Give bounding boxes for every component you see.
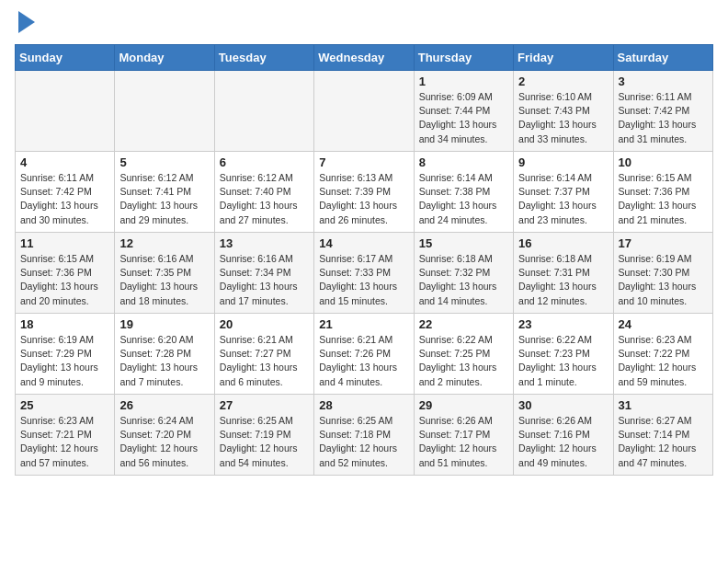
day-info: Sunrise: 6:23 AM Sunset: 7:21 PM Dayligh… xyxy=(20,414,109,470)
day-number: 12 xyxy=(119,236,209,250)
calendar-cell: 19Sunrise: 6:20 AM Sunset: 7:28 PM Dayli… xyxy=(115,314,214,395)
day-number: 24 xyxy=(619,317,708,331)
day-info: Sunrise: 6:14 AM Sunset: 7:38 PM Dayligh… xyxy=(419,171,508,227)
day-number: 25 xyxy=(20,398,109,412)
day-number: 9 xyxy=(518,155,608,169)
day-info: Sunrise: 6:12 AM Sunset: 7:41 PM Dayligh… xyxy=(119,171,209,227)
calendar-cell: 30Sunrise: 6:26 AM Sunset: 7:16 PM Dayli… xyxy=(514,395,613,476)
day-number: 23 xyxy=(518,317,608,331)
day-number: 5 xyxy=(119,155,209,169)
calendar-cell: 16Sunrise: 6:18 AM Sunset: 7:31 PM Dayli… xyxy=(514,233,613,314)
calendar-cell: 27Sunrise: 6:25 AM Sunset: 7:19 PM Dayli… xyxy=(214,395,313,476)
day-info: Sunrise: 6:12 AM Sunset: 7:40 PM Dayligh… xyxy=(220,171,309,227)
calendar-cell: 4Sunrise: 6:11 AM Sunset: 7:42 PM Daylig… xyxy=(16,152,115,233)
col-header-friday: Friday xyxy=(514,45,613,71)
day-number: 31 xyxy=(619,398,708,412)
day-info: Sunrise: 6:16 AM Sunset: 7:35 PM Dayligh… xyxy=(119,252,209,308)
day-info: Sunrise: 6:19 AM Sunset: 7:30 PM Dayligh… xyxy=(619,252,708,308)
calendar-cell: 24Sunrise: 6:23 AM Sunset: 7:22 PM Dayli… xyxy=(613,314,712,395)
day-number: 13 xyxy=(220,236,309,250)
calendar-cell: 26Sunrise: 6:24 AM Sunset: 7:20 PM Dayli… xyxy=(115,395,214,476)
calendar-cell: 12Sunrise: 6:16 AM Sunset: 7:35 PM Dayli… xyxy=(115,233,214,314)
col-header-wednesday: Wednesday xyxy=(314,45,414,71)
calendar-cell: 23Sunrise: 6:22 AM Sunset: 7:23 PM Dayli… xyxy=(514,314,613,395)
logo xyxy=(15,15,35,33)
day-info: Sunrise: 6:11 AM Sunset: 7:42 PM Dayligh… xyxy=(619,90,708,146)
day-number: 17 xyxy=(619,236,708,250)
day-info: Sunrise: 6:15 AM Sunset: 7:36 PM Dayligh… xyxy=(619,171,708,227)
day-number: 29 xyxy=(419,398,508,412)
calendar-cell: 3Sunrise: 6:11 AM Sunset: 7:42 PM Daylig… xyxy=(613,71,712,152)
day-info: Sunrise: 6:21 AM Sunset: 7:26 PM Dayligh… xyxy=(319,333,408,389)
calendar-cell: 9Sunrise: 6:14 AM Sunset: 7:37 PM Daylig… xyxy=(514,152,613,233)
calendar-cell: 31Sunrise: 6:27 AM Sunset: 7:14 PM Dayli… xyxy=(613,395,712,476)
day-number: 1 xyxy=(419,75,508,88)
day-info: Sunrise: 6:24 AM Sunset: 7:20 PM Dayligh… xyxy=(119,414,209,470)
day-info: Sunrise: 6:18 AM Sunset: 7:31 PM Dayligh… xyxy=(518,252,608,308)
day-info: Sunrise: 6:11 AM Sunset: 7:42 PM Dayligh… xyxy=(20,171,109,227)
day-info: Sunrise: 6:19 AM Sunset: 7:29 PM Dayligh… xyxy=(20,333,109,389)
calendar-cell: 13Sunrise: 6:16 AM Sunset: 7:34 PM Dayli… xyxy=(214,233,313,314)
col-header-thursday: Thursday xyxy=(414,45,513,71)
col-header-tuesday: Tuesday xyxy=(214,45,313,71)
day-info: Sunrise: 6:27 AM Sunset: 7:14 PM Dayligh… xyxy=(619,414,708,470)
calendar-table: SundayMondayTuesdayWednesdayThursdayFrid… xyxy=(15,44,713,476)
calendar-cell: 7Sunrise: 6:13 AM Sunset: 7:39 PM Daylig… xyxy=(314,152,414,233)
week-row-3: 11Sunrise: 6:15 AM Sunset: 7:36 PM Dayli… xyxy=(16,233,713,314)
calendar-cell xyxy=(16,71,115,152)
calendar-cell: 1Sunrise: 6:09 AM Sunset: 7:44 PM Daylig… xyxy=(414,71,513,152)
week-row-4: 18Sunrise: 6:19 AM Sunset: 7:29 PM Dayli… xyxy=(16,314,713,395)
day-number: 28 xyxy=(319,398,408,412)
calendar-cell: 18Sunrise: 6:19 AM Sunset: 7:29 PM Dayli… xyxy=(16,314,115,395)
day-info: Sunrise: 6:14 AM Sunset: 7:37 PM Dayligh… xyxy=(518,171,608,227)
calendar-cell: 6Sunrise: 6:12 AM Sunset: 7:40 PM Daylig… xyxy=(214,152,313,233)
day-info: Sunrise: 6:23 AM Sunset: 7:22 PM Dayligh… xyxy=(619,333,708,389)
day-info: Sunrise: 6:25 AM Sunset: 7:18 PM Dayligh… xyxy=(319,414,408,470)
col-header-saturday: Saturday xyxy=(613,45,712,71)
day-number: 26 xyxy=(119,398,209,412)
calendar-header-row: SundayMondayTuesdayWednesdayThursdayFrid… xyxy=(16,45,713,71)
calendar-cell: 29Sunrise: 6:26 AM Sunset: 7:17 PM Dayli… xyxy=(414,395,513,476)
week-row-5: 25Sunrise: 6:23 AM Sunset: 7:21 PM Dayli… xyxy=(16,395,713,476)
calendar-cell: 5Sunrise: 6:12 AM Sunset: 7:41 PM Daylig… xyxy=(115,152,214,233)
day-number: 2 xyxy=(518,75,608,88)
day-info: Sunrise: 6:16 AM Sunset: 7:34 PM Dayligh… xyxy=(220,252,309,308)
day-number: 3 xyxy=(619,75,708,88)
day-number: 11 xyxy=(20,236,109,250)
day-info: Sunrise: 6:10 AM Sunset: 7:43 PM Dayligh… xyxy=(518,90,608,146)
calendar-cell xyxy=(314,71,414,152)
day-info: Sunrise: 6:20 AM Sunset: 7:28 PM Dayligh… xyxy=(119,333,209,389)
calendar-cell: 2Sunrise: 6:10 AM Sunset: 7:43 PM Daylig… xyxy=(514,71,613,152)
calendar-cell: 21Sunrise: 6:21 AM Sunset: 7:26 PM Dayli… xyxy=(314,314,414,395)
day-number: 18 xyxy=(20,317,109,331)
week-row-2: 4Sunrise: 6:11 AM Sunset: 7:42 PM Daylig… xyxy=(16,152,713,233)
day-info: Sunrise: 6:17 AM Sunset: 7:33 PM Dayligh… xyxy=(319,252,408,308)
day-info: Sunrise: 6:09 AM Sunset: 7:44 PM Dayligh… xyxy=(419,90,508,146)
day-number: 21 xyxy=(319,317,408,331)
day-number: 8 xyxy=(419,155,508,169)
calendar-cell: 20Sunrise: 6:21 AM Sunset: 7:27 PM Dayli… xyxy=(214,314,313,395)
page-header xyxy=(15,15,713,33)
day-info: Sunrise: 6:15 AM Sunset: 7:36 PM Dayligh… xyxy=(20,252,109,308)
day-info: Sunrise: 6:18 AM Sunset: 7:32 PM Dayligh… xyxy=(419,252,508,308)
day-info: Sunrise: 6:21 AM Sunset: 7:27 PM Dayligh… xyxy=(220,333,309,389)
calendar-cell: 15Sunrise: 6:18 AM Sunset: 7:32 PM Dayli… xyxy=(414,233,513,314)
calendar-cell: 11Sunrise: 6:15 AM Sunset: 7:36 PM Dayli… xyxy=(16,233,115,314)
day-info: Sunrise: 6:25 AM Sunset: 7:19 PM Dayligh… xyxy=(220,414,309,470)
calendar-cell: 10Sunrise: 6:15 AM Sunset: 7:36 PM Dayli… xyxy=(613,152,712,233)
day-number: 16 xyxy=(518,236,608,250)
day-info: Sunrise: 6:26 AM Sunset: 7:17 PM Dayligh… xyxy=(419,414,508,470)
day-number: 27 xyxy=(220,398,309,412)
calendar-cell: 28Sunrise: 6:25 AM Sunset: 7:18 PM Dayli… xyxy=(314,395,414,476)
calendar-cell xyxy=(115,71,214,152)
col-header-monday: Monday xyxy=(115,45,214,71)
day-number: 15 xyxy=(419,236,508,250)
calendar-cell: 17Sunrise: 6:19 AM Sunset: 7:30 PM Dayli… xyxy=(613,233,712,314)
day-number: 14 xyxy=(319,236,408,250)
calendar-cell: 25Sunrise: 6:23 AM Sunset: 7:21 PM Dayli… xyxy=(16,395,115,476)
day-number: 30 xyxy=(518,398,608,412)
logo-arrow-icon xyxy=(18,11,35,33)
day-number: 7 xyxy=(319,155,408,169)
calendar-cell: 22Sunrise: 6:22 AM Sunset: 7:25 PM Dayli… xyxy=(414,314,513,395)
day-number: 22 xyxy=(419,317,508,331)
